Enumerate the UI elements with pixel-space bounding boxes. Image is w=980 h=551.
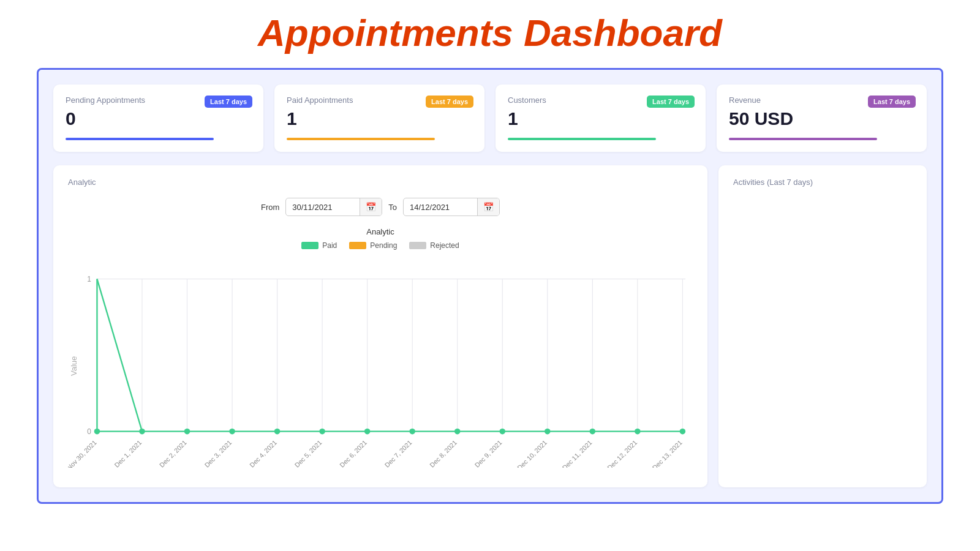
page-title: Appointments Dashboard: [0, 0, 980, 68]
date-filter-row: From 📅 To 📅: [68, 198, 693, 216]
svg-line-20: [97, 279, 142, 432]
chart-container: Analytic Paid Pending Rejected: [68, 227, 693, 470]
analytic-panel: Analytic From 📅 To 📅 Analytic: [53, 165, 707, 487]
to-date-wrap: 📅: [403, 198, 500, 216]
chart-svg-wrap: Value 1 0: [68, 257, 693, 470]
svg-text:Dec 5, 2021: Dec 5, 2021: [293, 439, 323, 468]
svg-point-34: [680, 429, 685, 434]
stat-card-revenue: Revenue Last 7 days 50 USD: [717, 84, 927, 152]
analytic-panel-title: Analytic: [68, 178, 693, 187]
svg-text:Dec 6, 2021: Dec 6, 2021: [338, 439, 368, 468]
legend-paid: Paid: [301, 241, 337, 250]
legend-rejected: Rejected: [409, 241, 459, 250]
stat-card-pending: Pending Appointments Last 7 days 0: [53, 84, 263, 152]
svg-point-27: [364, 429, 370, 434]
legend-pending-label: Pending: [370, 241, 397, 250]
svg-text:Value: Value: [69, 356, 78, 376]
stat-card-paid-value: 1: [287, 108, 472, 129]
chart-svg: Value 1 0: [68, 257, 693, 468]
svg-point-28: [409, 429, 415, 434]
svg-point-29: [454, 429, 460, 434]
svg-text:Dec 8, 2021: Dec 8, 2021: [428, 439, 458, 468]
svg-point-25: [274, 429, 280, 434]
stat-card-customers: Customers Last 7 days 1: [496, 84, 706, 152]
svg-text:Dec 10, 2021: Dec 10, 2021: [516, 439, 548, 468]
activities-panel-title: Activities (Last 7 days): [733, 178, 912, 187]
svg-text:0: 0: [87, 427, 91, 436]
svg-text:Dec 2, 2021: Dec 2, 2021: [158, 439, 188, 468]
legend-pending-swatch: [349, 242, 366, 249]
stat-card-customers-value: 1: [508, 108, 693, 129]
from-calendar-button[interactable]: 📅: [360, 198, 382, 216]
legend-paid-label: Paid: [322, 241, 337, 250]
svg-text:Dec 1, 2021: Dec 1, 2021: [113, 439, 143, 468]
svg-text:Dec 12, 2021: Dec 12, 2021: [606, 439, 638, 468]
svg-text:1: 1: [87, 275, 91, 283]
stat-card-pending-value: 0: [66, 108, 251, 129]
stat-cards-row: Pending Appointments Last 7 days 0 Paid …: [53, 84, 927, 152]
from-date-wrap: 📅: [285, 198, 382, 216]
svg-point-30: [500, 429, 505, 434]
stat-card-revenue-line: [729, 138, 877, 140]
stat-card-pending-line: [66, 138, 214, 140]
svg-text:Dec 7, 2021: Dec 7, 2021: [383, 439, 413, 468]
svg-point-32: [590, 429, 595, 434]
from-date-input[interactable]: [286, 199, 360, 216]
stat-card-customers-line: [508, 138, 656, 140]
svg-point-23: [184, 429, 190, 434]
svg-point-26: [319, 429, 325, 434]
to-label: To: [388, 203, 397, 212]
stat-card-paid-line: [287, 138, 435, 140]
stat-card-paid: Paid Appointments Last 7 days 1: [274, 84, 484, 152]
svg-text:Dec 13, 2021: Dec 13, 2021: [650, 439, 683, 468]
svg-point-21: [94, 429, 100, 434]
svg-text:Dec 11, 2021: Dec 11, 2021: [560, 439, 593, 468]
stat-card-revenue-value: 50 USD: [729, 108, 914, 129]
legend-row: Paid Pending Rejected: [68, 241, 693, 250]
svg-point-24: [229, 429, 235, 434]
legend-pending: Pending: [349, 241, 397, 250]
stat-card-customers-badge[interactable]: Last 7 days: [647, 96, 695, 108]
svg-text:Dec 3, 2021: Dec 3, 2021: [203, 439, 233, 468]
svg-point-33: [635, 429, 640, 434]
svg-text:Dec 9, 2021: Dec 9, 2021: [473, 439, 503, 468]
stat-card-pending-badge[interactable]: Last 7 days: [205, 96, 252, 108]
stat-card-revenue-badge[interactable]: Last 7 days: [868, 96, 916, 108]
legend-rejected-label: Rejected: [430, 241, 459, 250]
svg-text:Nov 30, 2021: Nov 30, 2021: [68, 439, 98, 468]
dashboard-container: Pending Appointments Last 7 days 0 Paid …: [37, 68, 943, 504]
to-date-input[interactable]: [404, 199, 477, 216]
svg-text:Dec 4, 2021: Dec 4, 2021: [248, 439, 278, 468]
activities-panel: Activities (Last 7 days): [718, 165, 927, 487]
to-calendar-button[interactable]: 📅: [477, 198, 499, 216]
from-label: From: [261, 203, 279, 212]
stat-card-paid-badge[interactable]: Last 7 days: [426, 96, 473, 108]
svg-point-31: [545, 429, 550, 434]
legend-rejected-swatch: [409, 242, 426, 249]
main-row: Analytic From 📅 To 📅 Analytic: [53, 165, 927, 487]
svg-point-22: [139, 429, 145, 434]
chart-title: Analytic: [68, 227, 693, 236]
legend-paid-swatch: [301, 242, 318, 249]
